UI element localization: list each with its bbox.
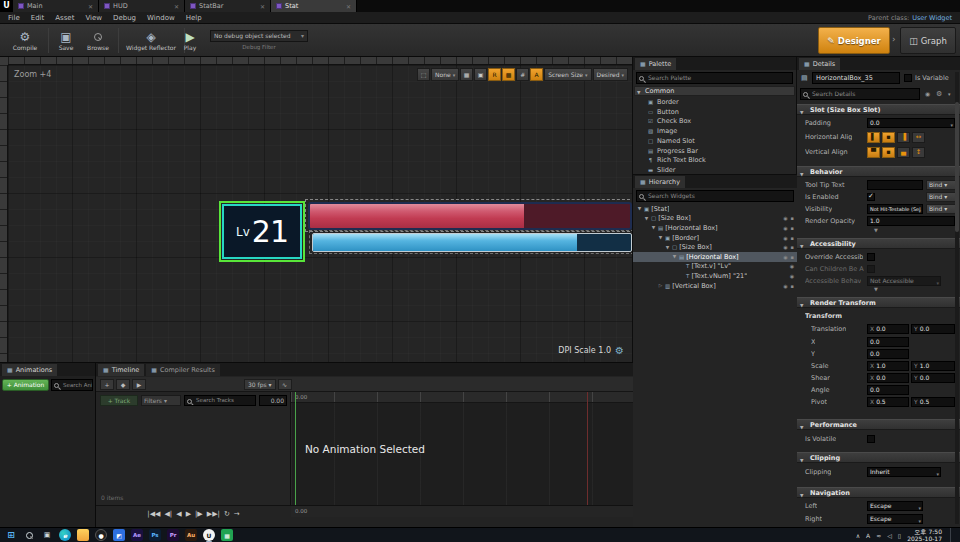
play-reverse-button[interactable]: ◀ [176, 510, 181, 518]
current-time-field[interactable]: 0.00 [259, 395, 287, 406]
palette-item[interactable]: ▣Border [633, 97, 796, 107]
hierarchy-row-text-lv[interactable]: T[Text.v] "Lv"◉ [633, 262, 797, 272]
tab-details[interactable]: ▦Details [799, 58, 840, 70]
doc-tab-main[interactable]: Main✕ [13, 0, 99, 12]
timeline-bottom-ruler[interactable]: 0.00 [291, 505, 634, 517]
y-field[interactable]: 0.0 [867, 349, 909, 359]
menu-view[interactable]: View [85, 14, 102, 22]
playback-mode-icon[interactable]: → [234, 510, 240, 518]
visibility-bind-button[interactable]: Bind ▾ [926, 204, 956, 214]
debug-object-dropdown[interactable]: No debug object selected▾ [210, 30, 308, 42]
loop-button[interactable]: ↻ [224, 510, 230, 518]
visibility-dropdown[interactable]: Not Hit-Testable (Sel▾ [867, 204, 923, 214]
dpi-settings-gear-icon[interactable]: ⚙ [615, 345, 624, 356]
display-filter-eye-icon[interactable]: ◉ [925, 90, 930, 97]
taskbar-clock[interactable]: 오후 7:50 2025-10-17 [907, 528, 942, 542]
details-search[interactable]: Search Details [800, 88, 920, 100]
translation-x-field[interactable]: X0.0 [867, 324, 909, 334]
lock-icon[interactable]: ▪ [791, 225, 794, 231]
accessibility-expander[interactable]: ▼ [797, 285, 955, 293]
after-effects-icon[interactable]: Ae [131, 529, 143, 541]
ime-indicator[interactable]: A [866, 532, 870, 539]
visibility-eye-icon[interactable]: ◉ [783, 235, 787, 241]
visibility-eye-icon[interactable]: ◉ [783, 215, 787, 221]
hierarchy-row-border[interactable]: ▼▣[Border]◉▪ [633, 233, 797, 243]
track-filters-dropdown[interactable]: Filters ▾ [141, 395, 181, 406]
halign-right-button[interactable]: ▐ [897, 132, 910, 143]
menu-edit[interactable]: Edit [31, 14, 45, 22]
translation-y-field[interactable]: Y0.0 [911, 324, 955, 334]
is-enabled-checkbox[interactable] [867, 193, 875, 201]
visibility-eye-icon[interactable]: ◉ [783, 244, 787, 250]
timeline-grid[interactable] [291, 403, 634, 505]
menu-asset[interactable]: Asset [55, 14, 74, 22]
palette-item[interactable]: ¶Rich Text Block [633, 156, 796, 166]
audition-icon[interactable]: Au [185, 529, 197, 541]
preview-background-dropdown[interactable]: None▾ [431, 68, 459, 81]
chevron-down-icon[interactable]: ▾ [948, 91, 951, 97]
hierarchy-row-verticalbox[interactable]: ▷▥[Vertical Box]◉▪ [633, 281, 797, 291]
padding-field[interactable]: 0.0▾ [867, 118, 955, 128]
visibility-eye-icon[interactable]: ◉ [790, 273, 794, 279]
hierarchy-row-text-vnum[interactable]: T[Text.vNum] "21"◉ [633, 271, 797, 281]
render-opacity-field[interactable]: 1.0 [867, 216, 955, 226]
screen-size-dropdown[interactable]: Screen Size▾ [544, 68, 591, 81]
menu-file[interactable]: File [8, 14, 20, 22]
compile-button[interactable]: ⚙ Compile [6, 26, 44, 55]
visibility-eye-icon[interactable]: ◉ [783, 254, 787, 260]
clipping-dropdown[interactable]: Inherit▾ [867, 467, 941, 477]
add-animation-button[interactable]: + Animation [2, 379, 49, 391]
tab-timeline[interactable]: ▦Timeline [98, 364, 144, 376]
level-box-selected-widget[interactable]: Lv 21 [222, 204, 302, 259]
add-track-button[interactable]: + Track [100, 395, 138, 406]
lock-icon[interactable]: ▪ [791, 283, 794, 289]
tab-hierarchy[interactable]: ▦Hierarchy [635, 176, 685, 188]
timeline-track-area[interactable]: 0.00 [291, 392, 634, 505]
visibility-eye-icon[interactable]: ◉ [783, 283, 787, 289]
skip-to-end-button[interactable]: ▶▶| [207, 510, 220, 518]
details-settings-gear-icon[interactable]: ⚙ [936, 90, 942, 98]
hierarchy-row-stat[interactable]: ▼▣[Stat] [633, 204, 797, 214]
battery-icon[interactable]: ▯ [898, 532, 901, 539]
text-preview-toggle-icon[interactable]: A [530, 68, 543, 81]
valign-center-button[interactable]: ▪ [882, 147, 895, 158]
shear-y-field[interactable]: Y0.0 [911, 373, 955, 383]
close-icon[interactable]: ✕ [260, 3, 265, 10]
unreal-engine-icon[interactable]: U [203, 529, 215, 541]
taskbar-search-button[interactable] [23, 529, 35, 541]
section-behavior[interactable]: Behavior [797, 166, 960, 177]
section-clipping[interactable]: Clipping [797, 452, 960, 463]
close-icon[interactable]: ✕ [174, 3, 179, 10]
palette-item[interactable]: ▨Image [633, 126, 796, 136]
flow-direction-toggle-icon[interactable]: R [488, 68, 501, 81]
tab-palette[interactable]: ▦Palette [635, 58, 676, 70]
mana-progress-bar[interactable] [312, 233, 632, 252]
hierarchy-row-sizebox-inner[interactable]: ▼▢[Size Box]◉▪ [633, 242, 797, 252]
doc-tab-hud[interactable]: HUD✕ [99, 0, 185, 12]
doc-tab-statbar[interactable]: StatBar✕ [185, 0, 271, 12]
valign-fill-button[interactable]: ↕ [912, 147, 925, 158]
lock-icon[interactable]: ▪ [791, 235, 794, 241]
palette-item[interactable]: □Named Slot [633, 136, 796, 146]
grid-toggle-icon[interactable]: ▦ [460, 68, 473, 81]
step-forward-button[interactable]: |▶ [195, 510, 203, 518]
hierarchy-row-sizebox[interactable]: ▼▢[Size Box]◉▪ [633, 214, 797, 224]
expand-arrow-icon[interactable]: ▼ [665, 245, 670, 250]
angle-field[interactable]: 0.0 [867, 385, 909, 395]
localization-preview-toggle-icon[interactable]: ▩ [502, 68, 515, 81]
app-icon[interactable]: ◩ [113, 529, 125, 541]
valign-bottom-button[interactable]: ▄ [897, 147, 910, 158]
expand-arrow-icon[interactable]: ▼ [637, 206, 642, 211]
app-icon[interactable]: ▦ [221, 529, 233, 541]
visibility-eye-icon[interactable]: ◉ [783, 225, 787, 231]
start-button[interactable]: ⊞ [5, 529, 17, 541]
section-accessibility[interactable]: Accessibility [797, 238, 960, 249]
lock-icon[interactable]: ▪ [791, 215, 794, 221]
step-back-button[interactable]: ◀| [164, 510, 172, 518]
doc-tab-stat[interactable]: Stat✕ [271, 0, 357, 12]
keyframe-icon-button[interactable]: ◆ [116, 379, 130, 390]
override-accessibility-checkbox[interactable] [867, 253, 875, 261]
can-children-checkbox[interactable] [867, 265, 875, 273]
halign-fill-button[interactable]: ↔ [912, 132, 925, 143]
photoshop-icon[interactable]: Ps [149, 529, 161, 541]
